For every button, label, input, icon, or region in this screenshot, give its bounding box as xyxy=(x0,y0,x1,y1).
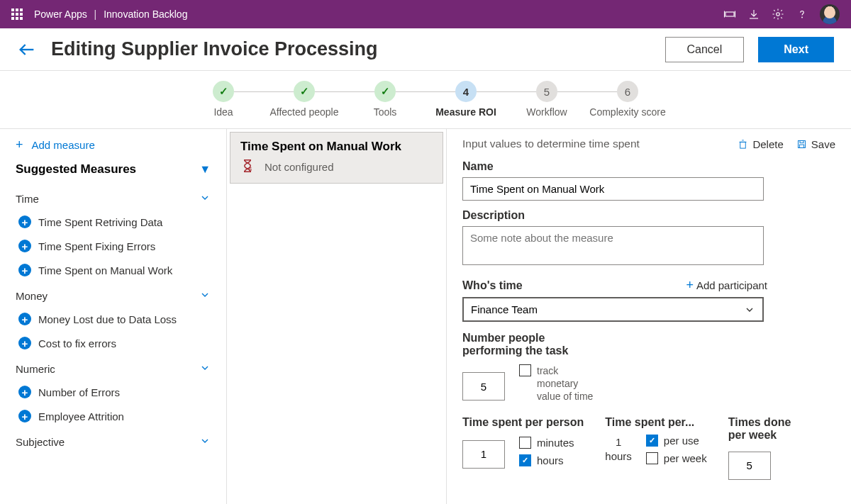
time-per-person-input[interactable] xyxy=(462,440,505,469)
selected-measures-panel: Time Spent on Manual Work $ Not configur… xyxy=(227,129,447,504)
user-avatar[interactable] xyxy=(820,4,840,24)
time-spent-per-label: Time spent per... xyxy=(605,416,706,429)
top-bar: Power Apps | Innovation Backlog xyxy=(0,0,851,28)
time-per-person-label: Time spent per person xyxy=(462,416,584,429)
description-label: Description xyxy=(462,209,835,222)
name-input[interactable] xyxy=(462,177,764,201)
page-title: Editing Supplier Invoice Processing xyxy=(51,38,378,60)
measure-form: Input values to determine time spent Del… xyxy=(447,129,851,504)
add-circle-icon: + xyxy=(18,410,31,422)
add-circle-icon: + xyxy=(18,264,31,276)
times-done-label: Times done per week xyxy=(728,416,792,442)
save-button[interactable]: Save xyxy=(796,138,835,150)
measure-item[interactable]: +Time Spent Retriving Data xyxy=(16,210,211,234)
step-workflow[interactable]: 5Workflow xyxy=(506,81,587,118)
help-icon[interactable] xyxy=(790,0,814,28)
stepper: Idea Affected people Tools 4Measure ROI … xyxy=(0,71,851,129)
add-circle-icon: + xyxy=(18,240,31,252)
hourglass-money-icon: $ xyxy=(240,158,255,176)
add-circle-icon: + xyxy=(18,215,31,228)
plus-icon: + xyxy=(16,138,23,152)
name-label: Name xyxy=(462,160,835,173)
whos-time-select[interactable]: Finance Team xyxy=(462,297,764,322)
measure-item[interactable]: +Time Spent Fixing Errors xyxy=(16,234,211,258)
step-tools[interactable]: Tools xyxy=(345,81,425,118)
selected-measure-card[interactable]: Time Spent on Manual Work $ Not configur… xyxy=(230,132,443,184)
per-week-checkbox[interactable] xyxy=(646,452,658,464)
category-numeric[interactable]: Numeric xyxy=(16,355,211,380)
add-circle-icon: + xyxy=(18,313,31,325)
chevron-down-icon xyxy=(199,362,211,376)
form-hint: Input values to determine time spent xyxy=(462,138,725,150)
category-time[interactable]: Time xyxy=(16,185,211,210)
time-spent-per-value: 1hours xyxy=(605,435,632,463)
chevron-down-icon xyxy=(199,289,211,303)
cancel-button[interactable]: Cancel xyxy=(665,37,745,62)
track-monetary-checkbox[interactable] xyxy=(519,364,531,376)
times-done-input[interactable] xyxy=(728,452,771,480)
num-people-input[interactable] xyxy=(462,372,505,401)
measure-item[interactable]: +Money Lost due to Data Loss xyxy=(16,307,211,331)
measure-item[interactable]: +Cost to fix errors xyxy=(16,331,211,355)
next-button[interactable]: Next xyxy=(758,37,834,62)
add-participant-button[interactable]: +Add participant xyxy=(686,278,767,293)
description-input[interactable] xyxy=(462,226,764,265)
filter-icon[interactable]: ▼ xyxy=(199,163,211,176)
chevron-down-icon xyxy=(744,304,755,315)
minutes-checkbox[interactable] xyxy=(519,437,531,449)
suggested-measures-header: Suggested Measures ▼ xyxy=(16,159,211,185)
add-circle-icon: + xyxy=(18,386,31,398)
track-monetary-label: track monetary value of time xyxy=(537,364,597,403)
measure-item[interactable]: +Employee Attrition xyxy=(16,404,211,428)
delete-button[interactable]: Delete xyxy=(738,138,783,150)
step-measure-roi[interactable]: 4Measure ROI xyxy=(425,81,506,118)
svg-point-5 xyxy=(777,13,780,16)
step-complexity[interactable]: 6Complexity score xyxy=(587,81,668,118)
add-measure-button[interactable]: + Add measure xyxy=(16,138,211,152)
page-header: Editing Supplier Invoice Processing Canc… xyxy=(0,28,851,71)
step-idea[interactable]: Idea xyxy=(183,81,264,118)
measures-sidebar: + Add measure Suggested Measures ▼ Time … xyxy=(0,129,227,504)
svg-rect-9 xyxy=(740,142,746,148)
svg-text:$: $ xyxy=(249,166,252,172)
plus-icon: + xyxy=(686,278,694,293)
settings-icon[interactable] xyxy=(766,0,790,28)
category-subjective[interactable]: Subjective xyxy=(16,428,211,453)
selected-measure-title: Time Spent on Manual Work xyxy=(240,140,433,154)
fit-icon[interactable] xyxy=(718,0,742,28)
svg-rect-0 xyxy=(725,12,734,16)
hours-checkbox[interactable] xyxy=(519,454,531,466)
back-arrow-icon[interactable] xyxy=(17,40,37,60)
selected-measure-status-text: Not configured xyxy=(265,161,334,173)
app-launcher-icon[interactable] xyxy=(11,9,23,20)
per-use-checkbox[interactable] xyxy=(646,435,658,447)
category-money[interactable]: Money xyxy=(16,282,211,307)
measure-item[interactable]: +Time Spent on Manual Work xyxy=(16,258,211,282)
svg-rect-13 xyxy=(800,140,803,142)
chevron-down-icon xyxy=(199,192,211,206)
topbar-title: Power Apps | Innovation Backlog xyxy=(34,9,187,20)
whos-time-label: Who's time xyxy=(462,279,523,292)
chevron-down-icon xyxy=(199,435,211,449)
download-icon[interactable] xyxy=(742,0,766,28)
svg-rect-14 xyxy=(799,145,803,147)
num-people-label: Number people performing the task xyxy=(462,332,597,360)
step-affected-people[interactable]: Affected people xyxy=(264,81,345,118)
svg-point-6 xyxy=(802,17,803,18)
measure-item[interactable]: +Number of Errors xyxy=(16,380,211,404)
add-circle-icon: + xyxy=(18,337,31,349)
